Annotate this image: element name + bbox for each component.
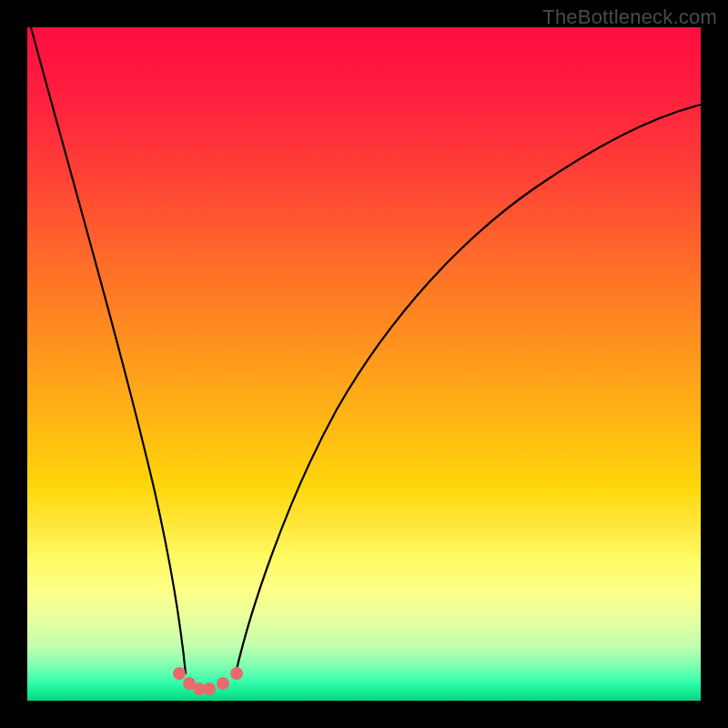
curves-svg <box>27 27 701 701</box>
dot-1 <box>173 667 186 680</box>
chart-container: TheBottleneck.com <box>0 0 728 728</box>
curve-right-branch <box>236 105 701 673</box>
dot-5 <box>217 677 229 690</box>
dot-6 <box>230 667 243 680</box>
curve-left-branch <box>31 27 186 673</box>
dots-group <box>173 667 243 695</box>
plot-area <box>27 27 701 701</box>
watermark-text: TheBottleneck.com <box>542 5 717 29</box>
dot-4 <box>203 682 216 695</box>
